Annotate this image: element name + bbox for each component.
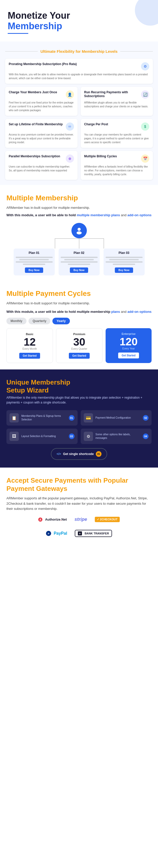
wizard-step-2: 💳 Payment Method Configuration 02 — [81, 410, 152, 426]
wizard-step-1-label: Membership Plans & Signup forms Selectio… — [21, 414, 66, 422]
hero-title: Monetize Your Membership — [8, 10, 150, 32]
code-icon: </> — [56, 452, 61, 456]
wizard-step-1: 📋 Membership Plans & Signup forms Select… — [6, 410, 78, 426]
user-avatar — [72, 223, 87, 238]
tab-monthly[interactable]: Monthly — [6, 318, 26, 324]
mm-heading-colored: Membership — [36, 194, 78, 202]
buy-now-btn-3[interactable]: Buy Now — [115, 268, 133, 273]
twocheckout-name: ✓ 2CHECKOUT — [95, 517, 120, 522]
pricing-enterprise-cta[interactable]: Get Started — [118, 352, 139, 359]
mpc-link2[interactable]: add-on options — [127, 310, 152, 314]
tab-yearly[interactable]: Yearly — [52, 318, 70, 324]
mpc-para1-text: ARMember has in-built support for multip… — [6, 301, 90, 305]
feature-prorating: Prorating Membership Subscription (Pro R… — [5, 59, 153, 84]
svg-point-1 — [77, 231, 82, 235]
flexibility-heading-colored: Membership Levels — [82, 49, 117, 54]
plan-title-3: Plan 03 — [106, 251, 142, 255]
feature-card-header: Parallel Memberships Subscription ⊕ — [9, 154, 74, 163]
feature-card-header: Charge Per Post $ — [84, 122, 150, 131]
twocheckout-logo: ✓ 2CHECKOUT — [95, 517, 120, 522]
feature-parallel-icon: ⊕ — [66, 154, 74, 163]
wizard-cta-badge: 05 — [96, 451, 102, 457]
plan-title-2: Plan 02 — [61, 251, 98, 255]
wizard-steps: 📋 Membership Plans & Signup forms Select… — [6, 410, 152, 444]
wizard-cta-button[interactable]: </> Get single shortcode 05 — [51, 448, 107, 460]
pricing-premium-period: Every Quarter — [59, 347, 99, 350]
mpc-para2-and: and — [121, 310, 127, 314]
plan-line — [113, 264, 135, 265]
svg-text:P: P — [48, 532, 49, 535]
payments-heading-text: Accept Secure Payments with Popular — [6, 476, 128, 484]
feature-charge-once-title: Charge Your Members Just Once — [9, 90, 66, 95]
feature-card-header: Set up Lifetime of Finite Membership ♾ — [9, 122, 74, 131]
hero-underline — [8, 33, 28, 34]
mpc-link1-text: plans — [111, 310, 120, 314]
plan-lines-1 — [16, 257, 53, 265]
pricing-enterprise-period: Every Year — [109, 347, 149, 350]
pricing-premium-cta[interactable]: Get Started — [69, 353, 90, 359]
plan-line — [19, 259, 49, 260]
svg-point-0 — [78, 228, 81, 231]
feature-lifetime-icon: ♾ — [66, 122, 74, 131]
plan-line — [16, 257, 53, 258]
wizard-step-3-icon: 🖼 — [9, 432, 19, 441]
wizard-step-3-badge: 03 — [69, 433, 75, 439]
plans-diagram: Plan 01 Buy Now Plan 02 Buy Now — [6, 223, 152, 275]
wizard-step-1-badge: 01 — [69, 415, 75, 421]
feature-parallel: Parallel Memberships Subscription ⊕ User… — [5, 151, 78, 180]
mpc-heading-text: Multiple — [6, 289, 34, 298]
flexibility-heading: Ultimate Flexibility for Membership Leve… — [5, 49, 153, 54]
feature-card-header: Run Recurring Payments with Subscription… — [84, 90, 150, 99]
mm-para2-bold: With this module, a user will be able to… — [6, 213, 76, 217]
plan-line — [106, 257, 142, 258]
conn-line-center — [79, 238, 79, 249]
buy-now-btn-2[interactable]: Buy Now — [70, 268, 88, 273]
conn-line-left — [55, 238, 55, 249]
connector-lines — [6, 238, 152, 249]
feature-prorating-desc: With this feature, you will be able to a… — [9, 72, 149, 80]
feature-charge-post-icon: $ — [141, 122, 149, 131]
payments-heading-colored: Payment Gateways — [6, 485, 67, 492]
mpc-link1[interactable]: plans — [111, 310, 120, 314]
mm-link2[interactable]: add-on options — [127, 213, 152, 217]
feature-recurring-desc: ARMember plugin allows you to set up fle… — [84, 101, 150, 108]
divider: Ultimate Flexibility for Membership Leve… — [5, 49, 153, 54]
wizard-step-1-icon: 📋 — [9, 413, 19, 423]
feature-billing-desc: ARMember offers a fantastic level of bil… — [84, 165, 150, 176]
mm-heading: Multiple Membership — [6, 194, 152, 202]
feature-recurring-title: Run Recurring Payments with Subscription… — [84, 90, 141, 98]
wizard-heading-colored: Setup Wizard — [6, 386, 152, 394]
feature-prorating-icon: ⚙ — [141, 62, 149, 70]
wizard-step-3: 🖼 Layout Selection & Formatting 03 — [6, 429, 78, 444]
hero-title-line1: Monetize Your — [8, 10, 70, 21]
pricing-basic-price: 12 — [10, 337, 50, 347]
feature-parallel-title: Parallel Memberships Subscription — [9, 154, 66, 159]
plan-title-1: Plan 01 — [16, 251, 53, 255]
feature-charge-once-icon: 👤 — [66, 90, 74, 99]
tab-quarterly[interactable]: Quarterly — [28, 318, 50, 324]
pricing-basic-cta[interactable]: Get Started — [19, 353, 40, 359]
wizard-heading: Unique Membership Setup Wizard — [6, 378, 152, 394]
hero-section: Monetize Your Membership — [0, 0, 158, 41]
mm-link1[interactable]: multiple membership plans — [77, 213, 120, 217]
feature-prorating-title: Prorating Membership Subscription (Pro R… — [9, 62, 141, 66]
payments-section: Accept Secure Payments with Popular Paym… — [0, 468, 158, 547]
cycle-tabs: Monthly Quarterly Yearly — [6, 318, 152, 324]
mm-link1-text: multiple membership plans — [77, 213, 120, 217]
wizard-step-2-label: Payment Method Configuration — [96, 416, 140, 420]
wizard-section: Unique Membership Setup Wizard ARMember … — [0, 369, 158, 468]
feature-billing-title: Multiple Billing Cycles — [84, 154, 141, 159]
hero-title-line2: Membership — [8, 21, 150, 31]
wizard-step-3-label: Layout Selection & Formatting — [21, 435, 66, 438]
pricing-basic-period: Every Month — [10, 347, 50, 350]
features-grid: Prorating Membership Subscription (Pro R… — [5, 59, 153, 180]
pricing-premium-tier: Premium — [59, 333, 99, 336]
wizard-cta-label: Get single shortcode — [63, 452, 94, 456]
multiple-membership-section: Multiple Membership ARMember has in-buil… — [0, 185, 158, 282]
plan-card-2: Plan 02 Buy Now — [59, 249, 100, 275]
authorize-name: Authorize.Net — [45, 518, 67, 521]
buy-now-btn-1[interactable]: Buy Now — [25, 268, 43, 273]
mm-para2: With this module, a user will be able to… — [6, 213, 152, 218]
plan-card-1: Plan 01 Buy Now — [14, 249, 55, 275]
feature-card-header: Prorating Membership Subscription (Pro R… — [9, 62, 149, 70]
